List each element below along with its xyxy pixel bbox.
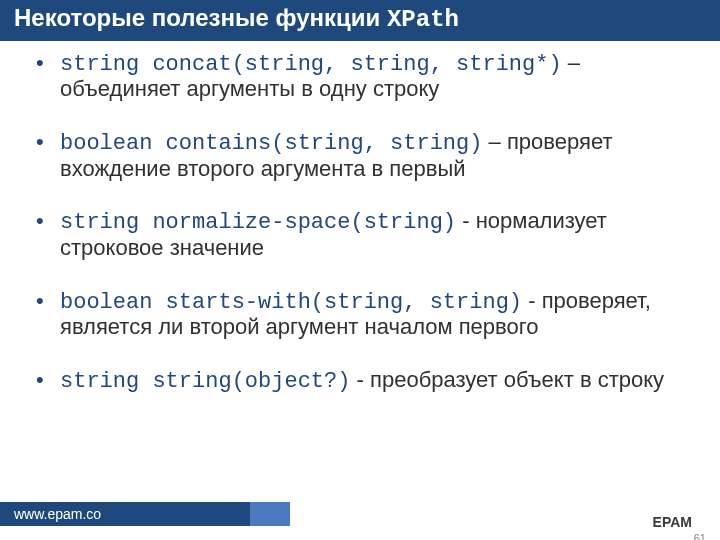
- footer-accent: [250, 502, 290, 526]
- function-signature: boolean starts-with(string, string): [60, 290, 522, 315]
- slide-title: Некоторые полезные функции XPath: [0, 0, 720, 41]
- footer-brand: EPAM: [653, 515, 692, 530]
- separator: -: [522, 288, 542, 313]
- list-item: string string(object?) - преобразует объ…: [36, 368, 694, 395]
- function-signature: string string(object?): [60, 369, 350, 394]
- footer-brand-top: EPAM: [653, 514, 692, 530]
- function-desc: объединяет аргументы в одну строку: [60, 76, 439, 101]
- list-item: string normalize-space(string) - нормали…: [36, 209, 694, 260]
- list-item: boolean starts-with(string, string) - пр…: [36, 289, 694, 340]
- bullet-list: string concat(string, string, string*) –…: [36, 51, 694, 395]
- page-number: 61: [694, 532, 706, 540]
- list-item: boolean contains(string, string) – прове…: [36, 130, 694, 181]
- function-desc: преобразует объект в строку: [370, 367, 664, 392]
- slide-content: string concat(string, string, string*) –…: [0, 41, 720, 395]
- separator: -: [456, 208, 476, 233]
- function-signature: string normalize-space(string): [60, 210, 456, 235]
- function-signature: boolean contains(string, string): [60, 131, 482, 156]
- footer-url: www.epam.co: [0, 502, 250, 526]
- slide: Некоторые полезные функции XPath string …: [0, 0, 720, 540]
- function-signature: string concat(string, string, string*): [60, 52, 562, 77]
- title-prefix: Некоторые полезные функции: [14, 4, 387, 31]
- separator: –: [482, 129, 506, 154]
- separator: -: [350, 367, 370, 392]
- title-mono: XPath: [387, 6, 459, 33]
- separator: –: [562, 50, 580, 75]
- list-item: string concat(string, string, string*) –…: [36, 51, 694, 102]
- footer: www.epam.co EPAM: [0, 502, 720, 526]
